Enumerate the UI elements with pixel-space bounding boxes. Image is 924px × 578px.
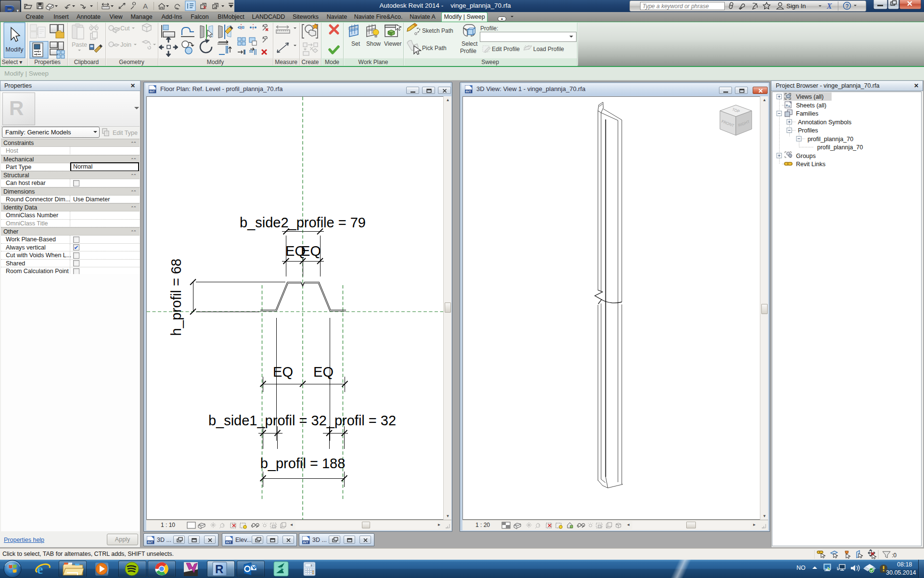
svg-text:Join: Join [120,41,131,48]
svg-text:RVT: RVT [148,541,154,544]
svg-text:b_side1_profil = 32_profil = 3: b_side1_profil = 32_profil = 32 [208,413,396,428]
svg-text:Views (all): Views (all) [796,93,823,100]
svg-text:Cut: Cut [120,25,130,32]
svg-text:Annotation Symbols: Annotation Symbols [798,119,851,126]
svg-text:RVT: RVT [303,541,309,544]
svg-text:Sheets (all): Sheets (all) [796,102,826,109]
svg-text:R: R [215,563,223,576]
svg-text:A: A [143,2,148,10]
svg-text:EQ: EQ [273,364,293,380]
svg-text:e: e [37,562,43,577]
svg-text:RVT: RVT [226,541,232,544]
svg-text::0: :0 [892,552,897,559]
svg-text:Profiles: Profiles [798,127,818,134]
svg-text:Paste: Paste [72,41,87,48]
svg-text:b_profil = 188: b_profil = 188 [260,456,346,471]
svg-text:RVT: RVT [150,90,155,93]
svg-text:Sign In: Sign In [786,2,806,10]
svg-text:Groups: Groups [796,153,816,159]
svg-text:profil_plannja_70: profil_plannja_70 [808,136,853,143]
svg-text:profil_plannja_70: profil_plannja_70 [817,144,863,151]
svg-text:h_profil = 68: h_profil = 68 [168,259,184,336]
svg-text:?: ? [846,3,849,10]
svg-text:Modify: Modify [6,46,24,53]
svg-text:EQ: EQ [301,243,321,259]
svg-text:Families: Families [796,110,819,117]
svg-text:X: X [826,2,832,10]
svg-text:RVT: RVT [466,90,472,93]
svg-text:EQ: EQ [313,364,334,380]
svg-text:b_side2_profile = 79: b_side2_profile = 79 [240,215,366,230]
svg-text:Revit Links: Revit Links [796,161,825,168]
